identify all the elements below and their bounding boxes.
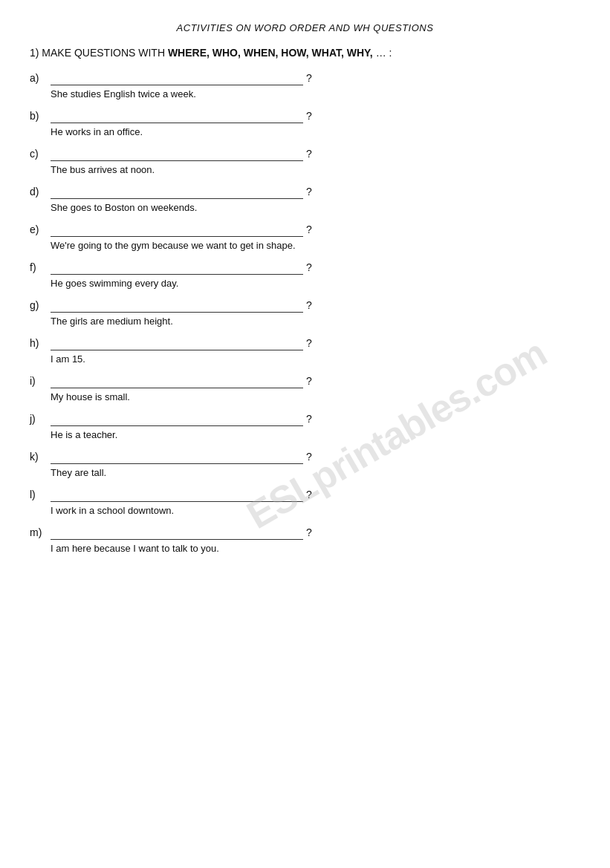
item-label: c) xyxy=(30,148,51,161)
item-label: f) xyxy=(30,261,51,275)
exercise-item: d) ? She goes to Boston on weekends. xyxy=(30,186,580,213)
answer-line-row: d) ? xyxy=(30,186,580,199)
answer-line-row: f) ? xyxy=(30,261,580,275)
item-label: i) xyxy=(30,375,51,388)
answer-line-row: e) ? xyxy=(30,223,580,237)
answer-line[interactable] xyxy=(51,110,303,123)
question-mark: ? xyxy=(306,299,312,313)
exercise-item: e) ? We're going to the gym because we w… xyxy=(30,223,580,251)
section-bold: WHERE, WHO, WHEN, HOW, WHAT, WHY, xyxy=(168,47,373,59)
answer-line[interactable] xyxy=(51,451,303,464)
hint-text: She goes to Boston on weekends. xyxy=(51,202,580,213)
item-label: g) xyxy=(30,299,51,313)
item-label: a) xyxy=(30,72,51,85)
answer-line[interactable] xyxy=(51,337,303,350)
question-mark: ? xyxy=(306,413,312,426)
exercise-item: k) ? They are tall. xyxy=(30,451,580,478)
exercise-item: m) ? I am here because I want to talk to… xyxy=(30,526,580,554)
answer-line-row: m) ? xyxy=(30,526,580,540)
answer-line[interactable] xyxy=(51,223,303,237)
question-mark: ? xyxy=(306,375,312,388)
answer-line[interactable] xyxy=(51,413,303,426)
answer-line-row: l) ? xyxy=(30,489,580,502)
answer-line-row: a) ? xyxy=(30,72,580,85)
answer-line[interactable] xyxy=(51,299,303,313)
question-mark: ? xyxy=(306,451,312,464)
item-label: m) xyxy=(30,526,51,540)
hint-text: The bus arrives at noon. xyxy=(51,164,580,175)
hint-text: I work in a school downtown. xyxy=(51,505,580,516)
answer-line-row: h) ? xyxy=(30,337,580,350)
exercise-item: c) ? The bus arrives at noon. xyxy=(30,148,580,175)
answer-line[interactable] xyxy=(51,261,303,275)
answer-line-row: b) ? xyxy=(30,110,580,123)
section-suffix: … : xyxy=(373,47,392,59)
answer-line-row: j) ? xyxy=(30,413,580,426)
item-label: b) xyxy=(30,110,51,123)
exercise-item: g) ? The girls are medium height. xyxy=(30,299,580,327)
section-header: 1) MAKE QUESTIONS WITH WHERE, WHO, WHEN,… xyxy=(30,47,580,59)
hint-text: He works in an office. xyxy=(51,126,580,137)
hint-text: The girls are medium height. xyxy=(51,316,580,327)
hint-text: He goes swimming every day. xyxy=(51,278,580,289)
hint-text: We're going to the gym because we want t… xyxy=(51,240,580,251)
answer-line[interactable] xyxy=(51,186,303,199)
answer-line[interactable] xyxy=(51,148,303,161)
exercise-item: l) ? I work in a school downtown. xyxy=(30,489,580,516)
section-label: 1) MAKE QUESTIONS WITH xyxy=(30,47,168,59)
item-label: l) xyxy=(30,489,51,502)
exercise-item: j) ? He is a teacher. xyxy=(30,413,580,440)
question-mark: ? xyxy=(306,72,312,85)
question-mark: ? xyxy=(306,186,312,199)
hint-text: They are tall. xyxy=(51,467,580,478)
exercise-list: a) ? She studies English twice a week. b… xyxy=(30,72,580,554)
question-mark: ? xyxy=(306,110,312,123)
answer-line[interactable] xyxy=(51,489,303,502)
exercise-item: i) ? My house is small. xyxy=(30,375,580,402)
answer-line-row: i) ? xyxy=(30,375,580,388)
question-mark: ? xyxy=(306,148,312,161)
answer-line[interactable] xyxy=(51,375,303,388)
hint-text: He is a teacher. xyxy=(51,429,580,440)
question-mark: ? xyxy=(306,526,312,540)
question-mark: ? xyxy=(306,489,312,502)
question-mark: ? xyxy=(306,223,312,237)
exercise-item: b) ? He works in an office. xyxy=(30,110,580,137)
exercise-item: f) ? He goes swimming every day. xyxy=(30,261,580,289)
question-mark: ? xyxy=(306,337,312,350)
page-title: ACTIVITIES ON WORD ORDER AND WH QUESTION… xyxy=(30,22,580,33)
item-label: k) xyxy=(30,451,51,464)
hint-text: I am here because I want to talk to you. xyxy=(51,543,580,554)
item-label: e) xyxy=(30,223,51,237)
answer-line-row: c) ? xyxy=(30,148,580,161)
item-label: j) xyxy=(30,413,51,426)
hint-text: My house is small. xyxy=(51,391,580,402)
item-label: d) xyxy=(30,186,51,199)
answer-line[interactable] xyxy=(51,526,303,540)
answer-line-row: k) ? xyxy=(30,451,580,464)
hint-text: She studies English twice a week. xyxy=(51,88,580,99)
exercise-item: h) ? I am 15. xyxy=(30,337,580,365)
exercise-item: a) ? She studies English twice a week. xyxy=(30,72,580,99)
hint-text: I am 15. xyxy=(51,353,580,365)
question-mark: ? xyxy=(306,261,312,275)
answer-line-row: g) ? xyxy=(30,299,580,313)
answer-line[interactable] xyxy=(51,72,303,85)
item-label: h) xyxy=(30,337,51,350)
